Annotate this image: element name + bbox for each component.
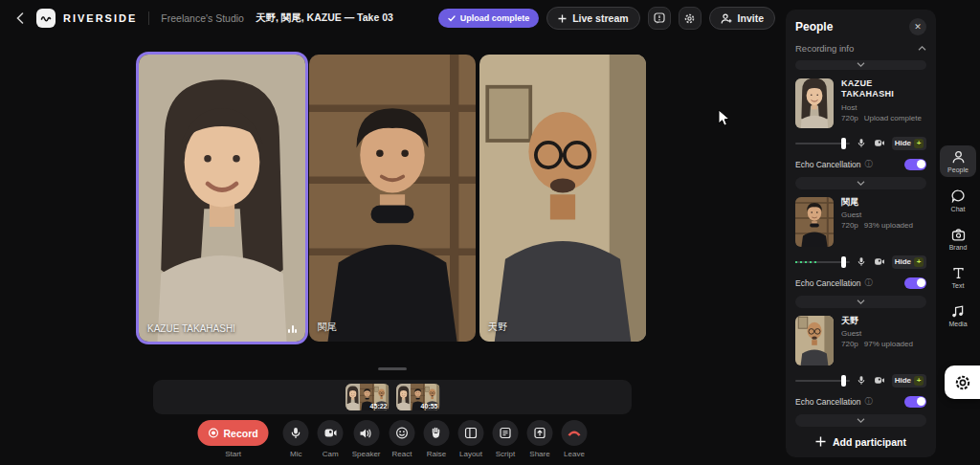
invite-button[interactable]: Invite: [709, 7, 775, 30]
take-preview: [396, 384, 411, 410]
live-stream-button[interactable]: Live stream: [546, 7, 639, 30]
top-bar: RIVERSIDE Freelance's Studio 天野, 関尾, KAZ…: [0, 0, 785, 36]
echo-cancellation-toggle[interactable]: [904, 159, 926, 170]
rail-item-people[interactable]: People: [940, 145, 976, 177]
invite-label: Invite: [738, 12, 764, 24]
echo-cancellation-label: Echo Cancellation: [795, 397, 861, 407]
layout-icon: [464, 427, 477, 439]
hangup-icon: [567, 430, 581, 436]
expand-participant-button[interactable]: [795, 177, 926, 189]
rail-item-text[interactable]: Text: [940, 262, 976, 293]
studio-name: Freelance's Studio: [161, 12, 244, 24]
back-button[interactable]: [11, 10, 29, 27]
mic-toggle[interactable]: [856, 137, 868, 149]
leave-button[interactable]: [561, 420, 587, 446]
spotlight-plus-icon[interactable]: +: [914, 139, 924, 148]
volume-slider[interactable]: [795, 256, 850, 268]
speaker-icon: [360, 428, 373, 439]
share-label: Share: [529, 450, 549, 458]
participant-status: Upload complete: [864, 114, 922, 122]
share-icon: [533, 427, 546, 439]
recording-info-dropdown[interactable]: [795, 60, 926, 70]
rail-item-media[interactable]: Media: [940, 300, 976, 331]
video-tile-kazue[interactable]: KAZUE TAKAHASHI: [139, 55, 305, 342]
cam-label: Cam: [323, 450, 339, 458]
knot-icon: [954, 374, 971, 391]
participant-quality: 720p: [841, 340, 858, 348]
volume-slider[interactable]: [795, 138, 850, 149]
mic-button[interactable]: [283, 420, 309, 446]
script-icon: [499, 427, 511, 439]
record-icon: [209, 428, 219, 438]
participant-name: 関尾: [841, 197, 913, 209]
spotlight-plus-icon[interactable]: +: [914, 376, 924, 386]
audio-level-meter: [795, 261, 818, 263]
raise-hand-button[interactable]: [423, 420, 449, 446]
record-button[interactable]: Record: [198, 420, 269, 446]
riverside-studio-app: RIVERSIDE Freelance's Studio 天野, 関尾, KAZ…: [0, 0, 980, 465]
feedback-button[interactable]: [648, 7, 671, 30]
tile-name-label: KAZUE TAKAHASHI: [147, 323, 235, 334]
cam-button[interactable]: [318, 420, 344, 446]
recording-info-toggle[interactable]: Recording info: [795, 43, 926, 54]
live-stream-label: Live stream: [572, 12, 628, 24]
rail-item-chat[interactable]: Chat: [940, 185, 976, 216]
chevron-up-icon: [918, 46, 926, 51]
script-control: Script: [492, 420, 518, 458]
video-tile-sekio[interactable]: 関尾: [309, 55, 476, 342]
help-widget-button[interactable]: [945, 365, 980, 399]
layout-control: Layout: [457, 420, 483, 458]
upload-complete-badge: Upload complete: [438, 9, 540, 28]
expand-participant-button[interactable]: [795, 414, 926, 427]
expand-participant-button[interactable]: [795, 296, 926, 308]
take-thumbnail-1[interactable]: 45:22: [345, 384, 390, 410]
mic-toggle[interactable]: [856, 255, 868, 268]
cam-toggle[interactable]: [874, 374, 886, 387]
volume-slider[interactable]: [795, 375, 850, 387]
react-button[interactable]: [389, 420, 414, 446]
echo-cancellation-toggle[interactable]: [904, 277, 926, 289]
cam-control: Cam: [318, 420, 344, 458]
hide-button[interactable]: Hide +: [892, 137, 926, 150]
cam-toggle[interactable]: [874, 255, 886, 268]
participant-role: Guest: [841, 210, 913, 219]
take-preview: [345, 384, 360, 410]
info-icon: ⓘ: [865, 396, 873, 407]
drag-handle[interactable]: [378, 367, 407, 370]
divider: [148, 11, 149, 25]
settings-button[interactable]: [679, 7, 702, 30]
echo-cancellation-label: Echo Cancellation: [795, 160, 861, 169]
hide-label: Hide: [895, 376, 911, 385]
share-control: Share: [526, 420, 552, 458]
spotlight-plus-icon[interactable]: +: [914, 257, 924, 267]
participant-card-sekio: 関尾 Guest 720p93% uploaded Hide + Echo Ca…: [795, 197, 926, 308]
speaker-button[interactable]: [353, 420, 379, 446]
rail-item-brand[interactable]: Brand: [940, 224, 976, 255]
tile-name-label: 関尾: [318, 321, 337, 334]
react-label: React: [392, 450, 412, 458]
hide-button[interactable]: Hide +: [892, 374, 926, 388]
mouse-cursor: [718, 109, 730, 127]
hide-button[interactable]: Hide +: [892, 255, 926, 269]
leave-control: Leave: [561, 420, 587, 458]
upload-badge-label: Upload complete: [460, 13, 530, 23]
take-duration: 40:55: [421, 403, 438, 410]
script-button[interactable]: [492, 420, 518, 446]
video-tile-amano[interactable]: 天野: [479, 55, 646, 342]
cam-toggle[interactable]: [874, 137, 886, 149]
mic-toggle[interactable]: [856, 374, 868, 387]
close-panel-button[interactable]: ✕: [909, 18, 926, 35]
add-participant-button[interactable]: Add participant: [795, 434, 926, 450]
mic-icon: [290, 427, 302, 439]
participant-role: Guest: [841, 329, 913, 338]
share-button[interactable]: [526, 420, 552, 446]
layout-button[interactable]: [457, 420, 483, 446]
take-thumbnail-2[interactable]: 40:55: [396, 384, 440, 410]
hide-label: Hide: [895, 139, 911, 147]
speaker-control: Speaker: [352, 420, 381, 458]
brand-icon: [951, 229, 966, 241]
echo-cancellation-toggle[interactable]: [904, 396, 926, 408]
chevron-down-icon: [857, 418, 865, 423]
rail-label: Text: [952, 282, 965, 289]
participant-name: KAZUE TAKAHASHI: [841, 78, 926, 100]
